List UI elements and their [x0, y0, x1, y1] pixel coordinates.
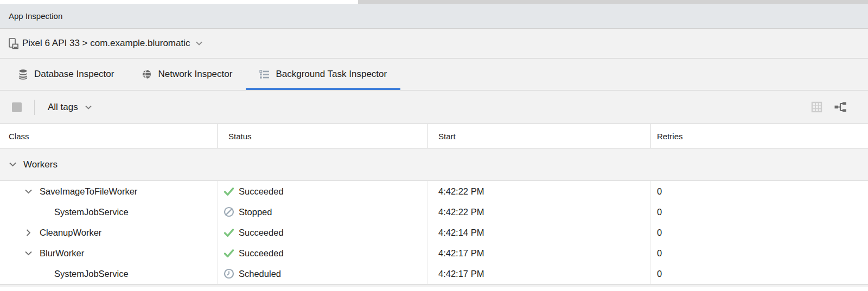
start-time: 4:42:17 PM	[438, 248, 484, 258]
chevron-right-icon	[25, 229, 31, 237]
inspector-tabs: Database Inspector Network Inspector Bac…	[0, 59, 868, 90]
start-time: 4:42:22 PM	[438, 207, 484, 217]
stop-icon[interactable]	[12, 102, 22, 112]
inspector-toolbar: All tags	[0, 90, 868, 124]
retries-cell: 0	[651, 202, 868, 222]
clock-icon	[224, 268, 234, 279]
worker-class-cell: SystemJobService	[0, 263, 218, 284]
retries-value: 0	[657, 269, 662, 279]
table-row[interactable]: SaveImageToFileWorker Succeeded 4:42:22 …	[0, 181, 868, 202]
panel-title: App Inspection	[9, 11, 62, 21]
retries-cell: 0	[651, 263, 868, 284]
table-body: SaveImageToFileWorker Succeeded 4:42:22 …	[0, 181, 868, 284]
start-cell: 4:42:22 PM	[428, 181, 651, 202]
start-time: 4:42:17 PM	[438, 269, 484, 279]
status-cell: Succeeded	[218, 243, 428, 263]
column-header-retries[interactable]: Retries	[651, 124, 868, 148]
retries-value: 0	[657, 248, 662, 258]
table-row[interactable]: SystemJobService Scheduled 4:42:17 PM	[0, 263, 868, 284]
worker-class-name: SystemJobService	[54, 269, 129, 279]
worker-class-name: BlurWorker	[40, 248, 84, 258]
status-cell: Succeeded	[218, 181, 428, 202]
tab-label: Database Inspector	[34, 69, 114, 80]
check-icon	[224, 187, 234, 196]
window-top-strip	[0, 0, 868, 4]
check-icon	[224, 228, 234, 237]
expander-icon[interactable]	[24, 250, 33, 256]
device-process-selector[interactable]: Pixel 6 API 33 > com.example.bluromatic	[0, 29, 868, 59]
tab-database-inspector[interactable]: Database Inspector	[4, 59, 127, 90]
worker-class-name: SystemJobService	[54, 207, 129, 217]
retries-value: 0	[657, 186, 662, 197]
status-icon	[224, 186, 234, 197]
column-header-class[interactable]: Class	[0, 124, 218, 148]
retries-cell: 0	[651, 243, 868, 263]
column-header-status[interactable]: Status	[218, 124, 428, 148]
worker-class-cell: SaveImageToFileWorker	[0, 181, 218, 202]
table-row[interactable]: BlurWorker Succeeded 4:42:17 PM	[0, 243, 868, 263]
start-cell: 4:42:22 PM	[428, 202, 651, 222]
retries-value: 0	[657, 228, 662, 238]
status-cell: Succeeded	[218, 222, 428, 243]
start-cell: 4:42:14 PM	[428, 222, 651, 243]
worker-class-cell: SystemJobService	[0, 202, 218, 222]
table-header: Class Status Start Retries	[0, 124, 868, 148]
worker-class-cell: BlurWorker	[0, 243, 218, 263]
chevron-down-icon	[195, 41, 203, 46]
chevron-down-icon[interactable]	[8, 161, 17, 167]
status-label: Succeeded	[239, 228, 284, 238]
worker-class-cell: CleanupWorker	[0, 222, 218, 243]
tab-background-task-inspector[interactable]: Background Task Inspector	[246, 59, 400, 90]
app-inspection-header: App Inspection	[0, 4, 868, 29]
retries-value: 0	[657, 207, 662, 217]
status-label: Scheduled	[239, 269, 281, 279]
worker-class-name: CleanupWorker	[40, 228, 101, 238]
table-row[interactable]: SystemJobService Stopped 4:42:22 PM	[0, 202, 868, 222]
list-icon	[259, 69, 270, 79]
stopped-icon	[224, 206, 234, 217]
expander-icon[interactable]	[24, 229, 33, 237]
column-header-start[interactable]: Start	[428, 124, 651, 148]
top-strip-right	[358, 0, 868, 4]
graph-view-icon[interactable]	[834, 102, 847, 112]
database-icon	[18, 69, 28, 80]
device-process-label: Pixel 6 API 33 > com.example.bluromatic	[22, 38, 190, 49]
top-strip-left	[0, 0, 358, 4]
start-cell: 4:42:17 PM	[428, 243, 651, 263]
worker-class-name: SaveImageToFileWorker	[40, 186, 137, 197]
chevron-down-icon	[24, 250, 33, 256]
tab-network-inspector[interactable]: Network Inspector	[127, 59, 246, 90]
device-phone-icon	[7, 37, 20, 50]
status-cell: Stopped	[218, 202, 428, 222]
group-row-workers[interactable]: Workers	[0, 148, 868, 181]
status-label: Succeeded	[239, 186, 284, 197]
toolbar-separator	[34, 100, 35, 115]
retries-cell: 0	[651, 181, 868, 202]
all-tags-dropdown[interactable]: All tags	[48, 102, 92, 113]
bottom-strip	[0, 284, 868, 287]
status-icon	[224, 268, 234, 279]
check-icon	[224, 249, 234, 258]
tab-label: Network Inspector	[158, 69, 232, 80]
status-icon	[224, 206, 234, 217]
retries-cell: 0	[651, 222, 868, 243]
chevron-down-icon	[24, 189, 33, 195]
tab-label: Background Task Inspector	[276, 69, 387, 80]
status-cell: Scheduled	[218, 263, 428, 284]
start-time: 4:42:14 PM	[438, 228, 484, 238]
start-time: 4:42:22 PM	[438, 186, 484, 197]
start-cell: 4:42:17 PM	[428, 263, 651, 284]
table-view-icon[interactable]	[811, 101, 822, 113]
chevron-down-icon	[85, 105, 92, 110]
status-label: Stopped	[239, 207, 272, 217]
status-icon	[224, 227, 234, 238]
globe-icon	[141, 69, 152, 80]
all-tags-label: All tags	[48, 102, 78, 113]
group-label: Workers	[23, 159, 58, 170]
toolbar-view-switcher	[811, 101, 847, 113]
status-icon	[224, 248, 234, 258]
expander-icon[interactable]	[24, 189, 33, 195]
status-label: Succeeded	[239, 248, 284, 258]
table-row[interactable]: CleanupWorker Succeeded 4:42:14 PM	[0, 222, 868, 243]
